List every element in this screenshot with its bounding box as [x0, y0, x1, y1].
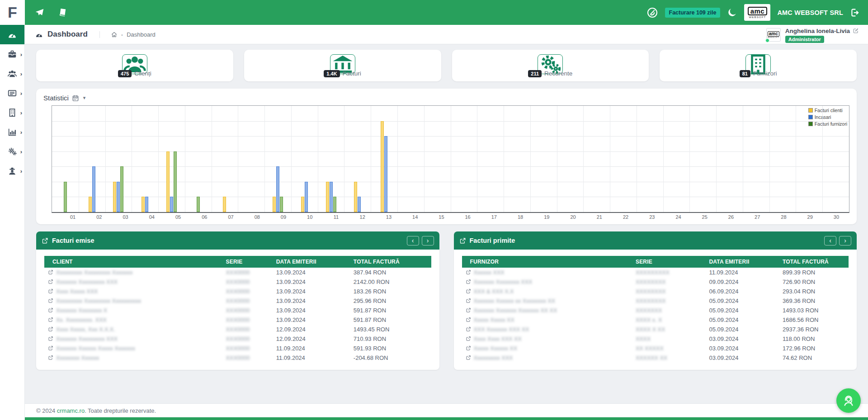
- bar-group-20: [557, 106, 584, 212]
- next-page-button[interactable]: ›: [422, 236, 434, 245]
- external-link-icon[interactable]: [48, 355, 53, 360]
- brand-logo[interactable]: F: [0, 0, 25, 25]
- sidebar-item-settings[interactable]: ›: [0, 142, 24, 161]
- stat-card-facturi[interactable]: 1.4KFacturi: [244, 50, 441, 81]
- masked-name: Xxxxxxx Xxxxxxx Xxxxxxx XX XX: [474, 307, 557, 314]
- masked-name: Xxxxxxx Xxxxxxxx X: [56, 307, 107, 314]
- paper-plane-icon[interactable]: [35, 8, 44, 17]
- bar-group-06: [185, 106, 212, 212]
- invoice-date: 11.09.2024: [273, 344, 350, 353]
- invoice-total: 591.93 RON: [350, 344, 431, 353]
- invoice-total: -204.68 RON: [350, 353, 431, 363]
- stat-card-furnizori[interactable]: 81Furnizori: [660, 50, 857, 81]
- building-icon: [7, 108, 17, 118]
- external-link-icon[interactable]: [466, 326, 471, 332]
- bar-group-30: [822, 106, 849, 212]
- home-icon[interactable]: [111, 31, 118, 38]
- column-header: TOTAL FACTURĂ: [779, 256, 849, 268]
- masked-serie: XXXXXXX: [636, 307, 662, 314]
- next-page-button[interactable]: ›: [839, 236, 851, 245]
- masked-name: Xxxx Xxxx XXX XX: [474, 336, 522, 342]
- invoice-date: 03.09.2024: [705, 334, 779, 344]
- prev-page-button[interactable]: ‹: [824, 236, 836, 245]
- masked-serie: XXXXXXXX: [636, 298, 666, 304]
- external-link-icon[interactable]: [48, 326, 53, 332]
- external-link-icon[interactable]: [466, 355, 471, 360]
- bar-group-22: [610, 106, 637, 212]
- masked-name: Xxxxxxx Xxxxxxxxx XXX: [56, 279, 118, 285]
- table-row: Xxxxxx XXXXXXXXXXXX11.09.2024899.39 RON: [462, 268, 849, 277]
- external-link-icon[interactable]: [48, 307, 53, 313]
- navbar-right: Facturare 109 zile amc WEBSOFT AMC WEBSO…: [646, 4, 868, 21]
- signout-icon[interactable]: [850, 8, 860, 18]
- x-tick-label: 19: [533, 214, 560, 220]
- invoice-total: 1686.56 RON: [779, 315, 849, 325]
- invoice-date: 12.09.2024: [273, 325, 350, 334]
- external-link-icon[interactable]: [48, 288, 53, 294]
- bar-group-05: [158, 106, 185, 212]
- sidebar-item-invoices[interactable]: ›: [0, 83, 24, 103]
- invoice-date: 03.09.2024: [705, 344, 779, 353]
- prev-page-button[interactable]: ‹: [407, 236, 419, 245]
- masked-name: Xxxxxxx Xxxxxx xx Xxxxxxxx XX: [474, 298, 556, 304]
- external-link-icon[interactable]: [48, 279, 53, 284]
- external-link-icon[interactable]: [48, 317, 53, 322]
- external-link-icon[interactable]: [466, 345, 471, 351]
- external-link-icon[interactable]: [48, 269, 53, 275]
- facturi-emise-header: Facturi emise ‹ ›: [36, 231, 439, 250]
- x-tick-label: 24: [665, 214, 691, 220]
- x-tick-label: 05: [165, 214, 191, 220]
- bar-facturi-furnizori: [333, 197, 336, 212]
- table-row: Xx. Xxxxxxxxx. XXXXXX000013.09.2024591.8…: [44, 315, 431, 325]
- masked-name: Xxxxxxxxx XXX: [474, 355, 513, 361]
- invoice-total: 118.00 RON: [779, 334, 849, 344]
- x-tick-label: 03: [112, 214, 138, 220]
- sidebar-item-company[interactable]: ›: [0, 103, 24, 122]
- external-link-icon[interactable]: [466, 298, 471, 303]
- external-link-icon[interactable]: [466, 336, 471, 341]
- external-link-icon[interactable]: [48, 336, 53, 341]
- tables-row: Facturi emise ‹ › CLIENTSERIEDATA EMITER…: [36, 231, 857, 370]
- billing-badge[interactable]: Facturare 109 zile: [665, 8, 721, 18]
- sidebar-item-clients[interactable]: ›: [0, 64, 24, 83]
- book-icon[interactable]: [58, 8, 67, 17]
- sidebar-item-briefcase[interactable]: ›: [0, 44, 24, 64]
- bar-group-10: [291, 106, 318, 212]
- external-link-icon[interactable]: [48, 345, 53, 351]
- efactura-icon[interactable]: [646, 7, 658, 19]
- sidebar-item-dashboard[interactable]: [0, 25, 24, 44]
- sidebar-item-admin[interactable]: ›: [0, 161, 24, 180]
- masked-serie: XXX0000: [226, 345, 250, 352]
- sidebar-item-reports[interactable]: ›: [0, 122, 24, 142]
- x-tick-label: 21: [586, 214, 613, 220]
- external-link-icon[interactable]: [466, 317, 471, 322]
- bar-facturi-clienti: [381, 121, 384, 212]
- caret-down-icon[interactable]: ▾: [83, 95, 86, 101]
- edit-profile-icon[interactable]: [853, 28, 859, 34]
- footer-link[interactable]: crmamc.ro: [57, 407, 85, 414]
- table-row: Xxxx Xxxx XXX XXXXXX03.09.2024118.00 RON: [462, 334, 849, 344]
- column-header: DATA EMITERII: [705, 256, 779, 268]
- table-row: Xxxxxxx Xxxxxxxx XXXXXXXXXXX09.09.202472…: [462, 277, 849, 287]
- stat-card-clienți[interactable]: 475Clienți: [36, 50, 233, 81]
- breadcrumb-separator: -: [121, 31, 123, 38]
- invoice-date: 09.09.2024: [705, 277, 779, 287]
- invoice-date: 11.09.2024: [273, 353, 350, 363]
- role-badge: Administrator: [785, 36, 824, 43]
- external-link-icon[interactable]: [466, 307, 471, 313]
- external-link-icon[interactable]: [48, 298, 53, 303]
- external-link-icon[interactable]: [466, 269, 471, 275]
- external-link-icon[interactable]: [466, 288, 471, 294]
- page-title-text: Dashboard: [47, 30, 88, 39]
- moon-icon[interactable]: [727, 7, 737, 18]
- masked-serie: XXX0000: [226, 269, 250, 276]
- masked-serie: XXXXXX XX: [636, 355, 667, 361]
- x-tick-label: 26: [718, 214, 744, 220]
- calendar-icon[interactable]: [72, 94, 79, 102]
- bar-facturi-clienti: [354, 182, 357, 212]
- stat-card-recurente[interactable]: 211Recurente: [452, 50, 649, 81]
- external-link-icon[interactable]: [466, 279, 471, 284]
- external-link-icon: [42, 237, 48, 244]
- gauge-icon: [7, 30, 17, 40]
- support-fab-button[interactable]: [836, 388, 861, 413]
